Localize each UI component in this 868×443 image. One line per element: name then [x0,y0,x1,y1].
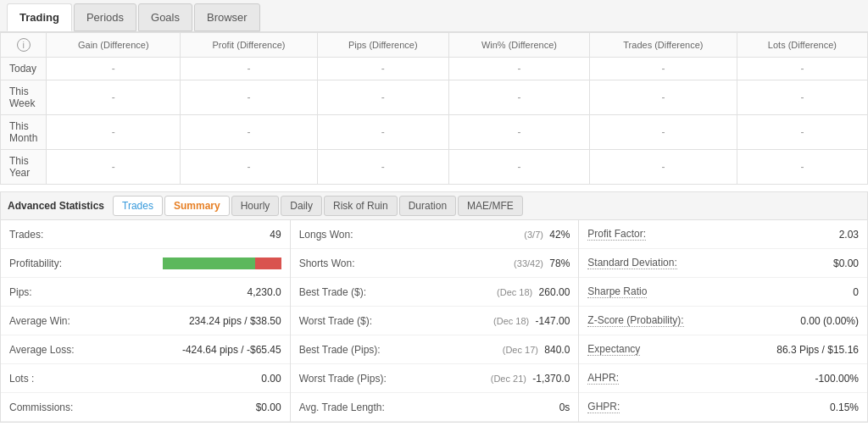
stat-expectancy: Expectancy 86.3 Pips / $15.16 [579,335,867,364]
period-row-value: - [737,58,867,80]
tab-goals[interactable]: Goals [138,3,192,31]
period-row-value: - [317,58,448,80]
stat-commissions: Commissions: $0.00 [1,393,290,422]
stat-avg-trade-length: Avg. Trade Length: 0s [291,393,579,422]
period-row-value: - [737,115,867,150]
stat-zscore: Z-Score (Probability): 0.00 (0.00%) [579,307,867,335]
stat-lots: Lots : 0.00 [1,364,290,393]
period-row-label: This Month [1,115,47,150]
col-profit: Profit (Difference) [181,33,318,58]
col-lots: Lots (Difference) [737,33,867,58]
period-row-value: - [737,80,867,115]
adv-tab-risk-of-ruin[interactable]: Risk of Ruin [324,196,398,216]
period-row-value: - [317,115,448,150]
period-row-value: - [181,150,318,185]
stats-col-3: Profit Factor: 2.03 Standard Deviation: … [578,220,867,422]
stat-avg-loss: Average Loss: -424.64 pips / -$65.45 [1,335,290,364]
col-pips: Pips (Difference) [317,33,448,58]
period-row-value: - [317,80,448,115]
period-row-label: This Week [1,80,47,115]
stat-worst-trade-pips: Worst Trade (Pips): (Dec 21) -1,370.0 [291,364,579,393]
adv-tab-hourly[interactable]: Hourly [231,196,280,216]
adv-tab-trades[interactable]: Trades [113,196,163,216]
advanced-statistics-section: Advanced Statistics Trades Summary Hourl… [0,191,868,423]
period-row-value: - [589,115,737,150]
period-row-label: Today [1,58,47,80]
period-row-value: - [47,80,181,115]
stat-best-trade-usd: Best Trade ($): (Dec 18) 260.00 [291,278,579,307]
bar-green [163,257,255,269]
stat-sharpe-ratio: Sharpe Ratio 0 [579,278,867,307]
period-row-value: - [589,150,737,185]
period-row-value: - [47,150,181,185]
table-row: This Week------ [1,80,868,115]
bar-red [255,257,281,269]
stat-shorts-won: Shorts Won: (33/42) 78% [291,249,579,278]
stat-avg-win: Average Win: 234.24 pips / $38.50 [1,307,290,335]
stat-best-trade-pips: Best Trade (Pips): (Dec 17) 840.0 [291,335,579,364]
adv-tab-duration[interactable]: Duration [399,196,456,216]
period-row-value: - [448,150,589,185]
stat-ghpr: GHPR: 0.15% [579,393,867,422]
period-row-value: - [47,58,181,80]
top-tab-bar: Trading Periods Goals Browser [0,0,868,32]
periods-table: i Gain (Difference) Profit (Difference) … [0,32,868,185]
tab-browser[interactable]: Browser [194,3,260,31]
profitability-bar [163,257,281,269]
stat-worst-trade-usd: Worst Trade ($): (Dec 18) -147.00 [291,307,579,335]
stats-col-1: Trades: 49 Profitability: Pips: 4,230.0 … [1,220,290,422]
info-icon[interactable]: i [17,38,31,52]
adv-tab-bar: Advanced Statistics Trades Summary Hourl… [1,192,867,220]
period-row-value: - [181,115,318,150]
period-row-value: - [448,58,589,80]
period-row-value: - [448,115,589,150]
col-trades: Trades (Difference) [589,33,737,58]
period-row-value: - [589,58,737,80]
period-row-value: - [47,115,181,150]
stat-trades: Trades: 49 [1,220,290,249]
stat-ahpr: AHPR: -100.00% [579,364,867,393]
adv-tab-mae-mfe[interactable]: MAE/MFE [458,196,523,216]
tab-periods[interactable]: Periods [74,3,136,31]
stats-col-2: Longs Won: (3/7) 42% Shorts Won: (33/42)… [290,220,579,422]
period-row-value: - [181,80,318,115]
period-row-label: This Year [1,150,47,185]
table-row: Today------ [1,58,868,80]
stat-longs-won: Longs Won: (3/7) 42% [291,220,579,249]
table-row: This Month------ [1,115,868,150]
adv-tab-daily[interactable]: Daily [281,196,322,216]
period-row-value: - [181,58,318,80]
stat-pips: Pips: 4,230.0 [1,278,290,307]
period-row-value: - [448,80,589,115]
table-row: This Year------ [1,150,868,185]
adv-section-title: Advanced Statistics [8,200,111,212]
period-row-value: - [589,80,737,115]
period-row-value: - [737,150,867,185]
stat-profitability: Profitability: [1,249,290,278]
adv-tab-summary[interactable]: Summary [164,196,230,216]
period-row-value: - [317,150,448,185]
stat-std-deviation: Standard Deviation: $0.00 [579,249,867,278]
stats-body: Trades: 49 Profitability: Pips: 4,230.0 … [1,220,867,422]
stat-profit-factor: Profit Factor: 2.03 [579,220,867,249]
col-winpct: Win% (Difference) [448,33,589,58]
tab-trading[interactable]: Trading [7,3,72,31]
col-gain: Gain (Difference) [47,33,181,58]
